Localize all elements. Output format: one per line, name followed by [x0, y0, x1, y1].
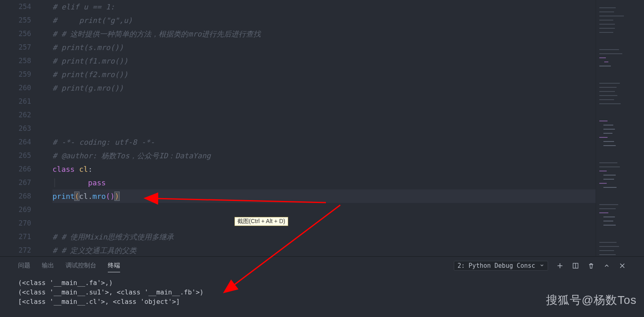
- tab-output[interactable]: 输出: [42, 259, 54, 272]
- line-number: 264: [0, 135, 31, 149]
- code-comment: # print("g",u): [52, 16, 132, 25]
- minimap[interactable]: [596, 0, 644, 256]
- code-line: │ pass: [52, 176, 596, 189]
- line-number: 255: [0, 14, 31, 27]
- code-comment: # # 定义交通工具的父类: [52, 246, 137, 255]
- keyword-pass: pass: [88, 178, 106, 187]
- line-number: 268: [0, 189, 31, 203]
- split-terminal-button[interactable]: [572, 262, 579, 269]
- tab-debug-console[interactable]: 调试控制台: [66, 259, 96, 272]
- code-comment: # print(s.mro()): [52, 43, 123, 52]
- maximize-panel-button[interactable]: [603, 262, 610, 269]
- line-number: 265: [0, 149, 31, 162]
- line-number: 266: [0, 162, 31, 176]
- line-number: 254: [0, 0, 31, 14]
- line-number: 258: [0, 54, 31, 68]
- screenshot-tooltip: 截图(Ctrl + Alt + D): [234, 217, 288, 226]
- line-number: 263: [0, 122, 31, 135]
- line-number: 267: [0, 176, 31, 189]
- line-number: 256: [0, 27, 31, 41]
- code-comment: # # 这时提供一种简单的方法，根据类的mro进行先后进行查找: [52, 30, 261, 38]
- panel-actions: 2: Python Debug Consc: [454, 261, 626, 271]
- line-number: 269: [0, 203, 31, 217]
- code-area[interactable]: # elif u == 1: # print("g",u) # # 这时提供一种…: [41, 0, 596, 256]
- code-comment: # # 使用Mixin思维方式使用多继承: [52, 233, 174, 241]
- terminal-output[interactable]: (<class '__main__.fa'>,) (<class '__main…: [0, 275, 644, 310]
- new-terminal-button[interactable]: [556, 262, 564, 269]
- terminal-selector-label: 2: Python Debug Consc: [457, 262, 535, 269]
- code-line-active: print(cl.mro()): [52, 189, 596, 203]
- code-comment: # print(g.mro()): [52, 84, 123, 92]
- code-line: class cl:: [52, 162, 596, 176]
- panel-header: 问题 输出 调试控制台 终端 2: Python Debug Consc: [0, 257, 644, 275]
- tab-problems[interactable]: 问题: [18, 259, 30, 272]
- code-comment: # -*- coding: utf-8 -*-: [52, 138, 155, 146]
- panel-tabs: 问题 输出 调试控制台 终端: [18, 259, 454, 272]
- func-print: print: [52, 192, 75, 201]
- close-panel-button[interactable]: [619, 262, 626, 269]
- line-number: 260: [0, 81, 31, 95]
- func-mro: mro: [93, 192, 106, 201]
- terminal-line: (<class '__main__.su1'>, <class '__main_…: [18, 288, 204, 296]
- line-number: 271: [0, 230, 31, 244]
- line-number: 261: [0, 95, 31, 108]
- classname: cl: [79, 165, 88, 173]
- line-number: 259: [0, 68, 31, 81]
- bottom-panel: 问题 输出 调试控制台 终端 2: Python Debug Consc: [0, 256, 644, 317]
- editor-area: 254 255 256 257 258 259 260 261 262 263 …: [0, 0, 644, 256]
- line-number: 262: [0, 108, 31, 122]
- code-comment: # @author: 杨数Tos，公众号ID：DataYang: [52, 151, 211, 160]
- line-number: 270: [0, 217, 31, 230]
- terminal-line: (<class '__main__.fa'>,): [18, 279, 113, 287]
- kill-terminal-button[interactable]: [587, 262, 595, 269]
- code-comment: # print(f1.mro()): [52, 57, 128, 65]
- code-comment: # elif u == 1:: [52, 2, 115, 11]
- var-cl: cl: [79, 192, 88, 201]
- line-number: 272: [0, 244, 31, 256]
- chevron-down-icon: [539, 262, 544, 269]
- line-number: 257: [0, 41, 31, 54]
- code-comment: # print(f2.mro()): [52, 70, 128, 79]
- keyword-class: class: [52, 165, 75, 173]
- terminal-line: [<class '__main__.cl'>, <class 'object'>…: [18, 298, 180, 306]
- tab-terminal[interactable]: 终端: [108, 259, 120, 272]
- terminal-selector[interactable]: 2: Python Debug Consc: [454, 261, 548, 271]
- line-gutter: 254 255 256 257 258 259 260 261 262 263 …: [0, 0, 41, 256]
